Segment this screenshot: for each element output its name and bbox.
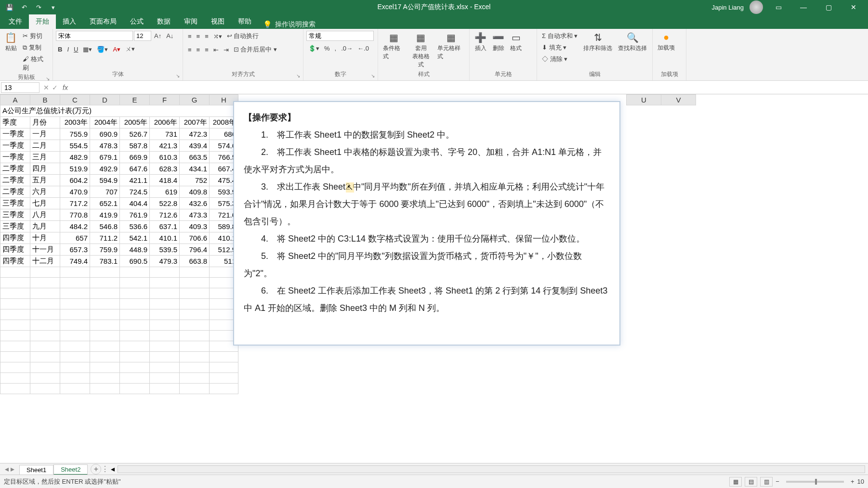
empty-cell[interactable] bbox=[30, 362, 60, 373]
sort-filter-button[interactable]: ⇅排序和筛选 bbox=[581, 31, 614, 53]
customize-qat-icon[interactable]: ▾ bbox=[47, 1, 59, 13]
table-cell[interactable]: 448.9 bbox=[120, 244, 150, 256]
cancel-formula-icon[interactable]: ✕ bbox=[43, 84, 49, 91]
empty-cell[interactable] bbox=[150, 331, 180, 341]
increase-decimal-icon[interactable]: .0→ bbox=[339, 44, 355, 53]
phonetic-button[interactable]: ㄨ▾ bbox=[123, 44, 137, 54]
table-cell[interactable]: 652.1 bbox=[90, 198, 120, 209]
table-cell[interactable]: 一季度 bbox=[0, 140, 30, 152]
align-right-icon[interactable]: ≡ bbox=[203, 45, 210, 54]
empty-cell[interactable] bbox=[150, 320, 180, 331]
table-cell[interactable]: 752 bbox=[180, 175, 210, 186]
table-cell[interactable]: 478.3 bbox=[90, 140, 120, 152]
empty-cell[interactable] bbox=[90, 288, 120, 299]
table-cell[interactable]: 526.7 bbox=[120, 128, 150, 140]
empty-cell[interactable] bbox=[120, 352, 150, 362]
table-cell[interactable]: 479.3 bbox=[150, 256, 180, 267]
empty-cell[interactable] bbox=[30, 299, 60, 309]
column-header[interactable]: F bbox=[150, 95, 180, 105]
empty-cell[interactable] bbox=[120, 288, 150, 299]
column-header[interactable]: C bbox=[60, 95, 90, 105]
align-left-icon[interactable]: ≡ bbox=[186, 45, 194, 54]
table-cell[interactable]: 679.1 bbox=[90, 152, 120, 163]
autosum-button[interactable]: Σ 自动求和 ▾ bbox=[540, 31, 579, 41]
table-cell[interactable]: 663.5 bbox=[180, 152, 210, 163]
zoom-level[interactable]: 10 bbox=[857, 478, 864, 485]
table-cell[interactable]: 761.9 bbox=[120, 209, 150, 221]
table-cell[interactable]: 770.8 bbox=[60, 209, 90, 221]
empty-cell[interactable] bbox=[90, 309, 120, 320]
font-name-combo[interactable] bbox=[56, 31, 133, 41]
table-header-cell[interactable]: 2007年 bbox=[180, 117, 210, 128]
tab-data[interactable]: 数据 bbox=[150, 14, 177, 29]
addins-button[interactable]: ●加载项 bbox=[656, 31, 677, 53]
table-cell[interactable]: 四季度 bbox=[0, 256, 30, 267]
alignment-launcher-icon[interactable]: ↘ bbox=[296, 73, 300, 78]
find-select-button[interactable]: 🔍查找和选择 bbox=[616, 31, 649, 53]
cut-button[interactable]: ✂ 剪切 bbox=[21, 31, 50, 41]
empty-cell[interactable] bbox=[150, 309, 180, 320]
empty-cell[interactable] bbox=[210, 384, 238, 394]
table-cell[interactable]: 八月 bbox=[30, 209, 60, 221]
cell-styles-button[interactable]: ▦单元格样式 bbox=[435, 31, 466, 62]
empty-cell[interactable] bbox=[120, 309, 150, 320]
tab-scroll-right-icon[interactable]: ▸ bbox=[11, 464, 14, 474]
clipboard-launcher-icon[interactable]: ↘ bbox=[46, 76, 50, 81]
empty-cell[interactable] bbox=[90, 331, 120, 341]
table-cell[interactable]: 712.6 bbox=[150, 209, 180, 221]
table-cell[interactable]: 432.6 bbox=[180, 198, 210, 209]
empty-cell[interactable] bbox=[30, 288, 60, 299]
table-cell[interactable]: 669.9 bbox=[120, 152, 150, 163]
table-cell[interactable]: 419.9 bbox=[90, 209, 120, 221]
bold-button[interactable]: B bbox=[56, 45, 64, 54]
empty-cell[interactable] bbox=[60, 278, 90, 288]
italic-button[interactable]: I bbox=[65, 45, 71, 54]
table-cell[interactable]: 二季度 bbox=[0, 186, 30, 198]
table-cell[interactable]: 一季度 bbox=[0, 152, 30, 163]
empty-cell[interactable] bbox=[90, 320, 120, 331]
percent-icon[interactable]: % bbox=[322, 44, 332, 53]
tab-split-icon[interactable]: ⋮ bbox=[101, 464, 111, 474]
empty-cell[interactable] bbox=[60, 309, 90, 320]
empty-cell[interactable] bbox=[180, 373, 210, 384]
table-cell[interactable]: 647.6 bbox=[120, 163, 150, 175]
empty-cell[interactable] bbox=[90, 384, 120, 394]
empty-cell[interactable] bbox=[0, 373, 30, 384]
undo-icon[interactable]: ↶ bbox=[18, 1, 30, 13]
tab-help[interactable]: 帮助 bbox=[231, 14, 258, 29]
empty-cell[interactable] bbox=[180, 267, 210, 278]
empty-cell[interactable] bbox=[60, 299, 90, 309]
table-cell[interactable]: 一月 bbox=[30, 128, 60, 140]
empty-cell[interactable] bbox=[180, 309, 210, 320]
paste-button[interactable]: 📋粘贴 bbox=[3, 31, 19, 53]
table-cell[interactable]: 二季度 bbox=[0, 163, 30, 175]
zoom-out-icon[interactable]: − bbox=[776, 478, 779, 485]
empty-cell[interactable] bbox=[120, 341, 150, 352]
empty-cell[interactable] bbox=[0, 331, 30, 341]
empty-cell[interactable] bbox=[120, 320, 150, 331]
table-cell[interactable]: 522.8 bbox=[150, 198, 180, 209]
name-box[interactable] bbox=[1, 82, 39, 93]
empty-cell[interactable] bbox=[90, 352, 120, 362]
align-middle-icon[interactable]: ≡ bbox=[195, 32, 202, 41]
table-cell[interactable]: 七月 bbox=[30, 198, 60, 209]
number-format-combo[interactable] bbox=[306, 31, 374, 41]
format-table-button[interactable]: ▦套用 表格格式 bbox=[408, 31, 434, 70]
table-cell[interactable]: 657 bbox=[60, 232, 90, 244]
table-cell[interactable]: 409.8 bbox=[180, 186, 210, 198]
column-header[interactable]: B bbox=[30, 95, 60, 105]
table-header-cell[interactable]: 季度 bbox=[0, 117, 30, 128]
empty-cell[interactable] bbox=[120, 384, 150, 394]
hscroll-left-icon[interactable]: ◂ bbox=[111, 464, 115, 474]
enter-formula-icon[interactable]: ✓ bbox=[52, 84, 58, 91]
page-break-view-icon[interactable]: ▥ bbox=[760, 477, 773, 487]
tab-scroll-left-icon[interactable]: ◂ bbox=[5, 464, 9, 474]
table-cell[interactable]: 三季度 bbox=[0, 198, 30, 209]
table-cell[interactable]: 690.5 bbox=[120, 256, 150, 267]
table-cell[interactable]: 六月 bbox=[30, 186, 60, 198]
empty-cell[interactable] bbox=[150, 341, 180, 352]
sheet-tab-sheet2[interactable]: Sheet2 bbox=[53, 464, 88, 475]
empty-cell[interactable] bbox=[90, 299, 120, 309]
empty-cell[interactable] bbox=[180, 331, 210, 341]
empty-cell[interactable] bbox=[30, 320, 60, 331]
